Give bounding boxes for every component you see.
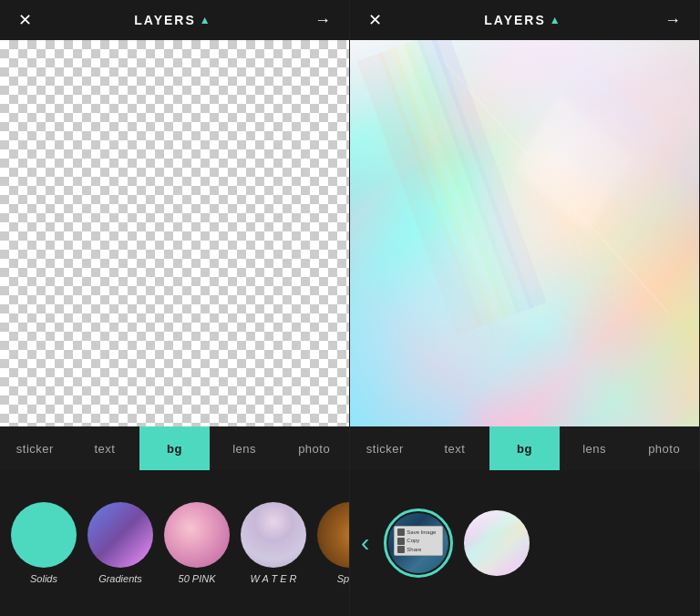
dialog-icon-3	[397, 546, 405, 553]
holo-background	[350, 40, 699, 426]
left-tab-sticker[interactable]: sticker	[0, 426, 70, 470]
right-tab-bg[interactable]: bg	[489, 426, 560, 470]
right-tab-bar: sticker text bg lens photo	[350, 426, 699, 470]
holo-swatch-overlay	[464, 510, 530, 576]
left-canvas	[0, 40, 349, 426]
swatch-dialog-mini: Save Image Copy Share	[394, 526, 443, 556]
swatch-50pink[interactable]: 50 PINK	[164, 502, 230, 584]
left-tab-text[interactable]: text	[70, 426, 140, 470]
swatch-50pink-label: 50 PINK	[179, 573, 216, 584]
svg-line-5	[514, 40, 605, 332]
right-tab-lens[interactable]: lens	[560, 426, 630, 470]
left-title: LAYERS ▲	[134, 13, 211, 27]
left-tab-lens[interactable]: lens	[210, 426, 280, 470]
svg-rect-10	[417, 40, 533, 313]
dialog-text-1: Save Image	[407, 529, 436, 536]
right-title-text: LAYERS	[484, 13, 546, 27]
svg-line-3	[396, 113, 696, 131]
left-title-arrow: ▲	[200, 14, 212, 26]
right-top-bar: ✕ LAYERS ▲ →	[350, 0, 699, 40]
left-top-bar: ✕ LAYERS ▲ →	[0, 0, 349, 40]
svg-rect-6	[357, 52, 483, 335]
right-tab-sticker[interactable]: sticker	[350, 426, 420, 470]
swatch-50pink-circle	[164, 502, 230, 568]
holo-overlay	[350, 40, 699, 426]
swatch-holo-item[interactable]	[464, 510, 530, 576]
dialog-icon-2	[397, 538, 405, 545]
swatch-holo-circle	[464, 510, 530, 576]
left-tab-photo[interactable]: photo	[279, 426, 349, 470]
swatch-space-circle	[317, 502, 349, 568]
swatch-selected-outline: Save Image Copy Share	[384, 508, 453, 578]
right-next-button[interactable]: →	[661, 7, 685, 34]
dialog-row-3: Share	[397, 546, 439, 553]
dialog-row-1: Save Image	[397, 529, 439, 536]
swatch-water[interactable]: W A T E R	[241, 502, 306, 584]
right-close-button[interactable]: ✕	[365, 6, 386, 34]
left-tab-bg[interactable]: bg	[139, 426, 210, 470]
swatch-water-circle	[241, 502, 306, 568]
right-bottom-area: ‹ Save Image Copy	[350, 470, 699, 616]
swatch-solids-label: Solids	[30, 573, 57, 584]
chevron-left-icon[interactable]: ‹	[361, 529, 369, 558]
left-panel: ✕ LAYERS ▲ → sticker text bg lens photo …	[0, 0, 350, 616]
swatch-solids[interactable]: Solids	[11, 502, 77, 584]
svg-rect-11	[430, 40, 547, 309]
left-tab-bar: sticker text bg lens photo	[0, 426, 349, 470]
svg-line-4	[350, 177, 699, 222]
right-tab-text[interactable]: text	[420, 426, 490, 470]
right-canvas	[350, 40, 699, 426]
left-close-button[interactable]: ✕	[15, 6, 36, 34]
svg-marker-1	[551, 77, 669, 204]
dialog-text-2: Copy	[407, 537, 419, 544]
right-title-arrow: ▲	[550, 14, 562, 26]
swatch-gradients-circle	[88, 502, 153, 568]
svg-rect-7	[378, 47, 495, 328]
swatch-water-label: W A T E R	[250, 573, 296, 584]
svg-rect-8	[391, 43, 508, 323]
right-title: LAYERS ▲	[484, 13, 561, 27]
swatch-selected-item[interactable]: Save Image Copy Share	[384, 508, 453, 578]
left-title-text: LAYERS	[134, 13, 196, 27]
swatch-gradients-label: Gradients	[98, 573, 142, 584]
swatch-gradients[interactable]: Gradients	[88, 502, 153, 584]
swatch-selected-circle: Save Image Copy Share	[388, 513, 448, 573]
swatch-solids-circle	[11, 502, 77, 568]
svg-marker-0	[514, 95, 633, 231]
swatch-space[interactable]: Spa...	[317, 502, 349, 584]
swatch-space-label: Spa...	[337, 573, 349, 584]
left-bottom-area: Solids Gradients 50 PINK W A T E R Spa..…	[0, 470, 349, 616]
dialog-icon-1	[397, 529, 405, 536]
dialog-row-2: Copy	[397, 537, 439, 544]
dialog-text-3: Share	[407, 546, 421, 553]
right-tab-photo[interactable]: photo	[629, 426, 699, 470]
svg-line-2	[441, 58, 669, 313]
svg-rect-9	[404, 40, 520, 318]
left-next-button[interactable]: →	[311, 7, 335, 34]
right-panel: ✕ LAYERS ▲ →	[350, 0, 700, 616]
checkerboard-bg	[0, 40, 349, 426]
holo-svg	[350, 40, 699, 426]
